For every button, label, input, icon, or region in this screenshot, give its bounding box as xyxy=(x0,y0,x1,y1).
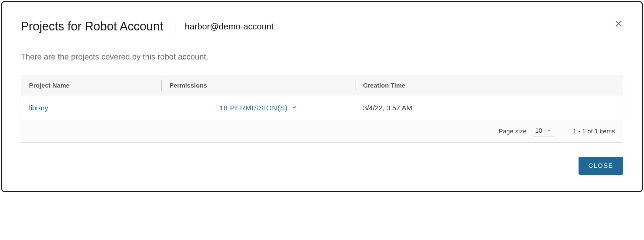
dialog-footer: CLOSE xyxy=(21,157,623,175)
chevron-down-icon xyxy=(291,104,297,112)
table-footer: Page size 10 1 - 1 of 1 items xyxy=(21,120,623,142)
projects-robot-account-dialog: Projects for Robot Account harbor@demo-a… xyxy=(1,1,643,192)
table-body: library 18 PERMISSION(S) 3/4/22, 3:57 AM xyxy=(21,96,623,120)
page-size-label: Page size xyxy=(499,128,526,135)
close-icon[interactable] xyxy=(614,19,623,30)
page-size-control: Page size 10 xyxy=(499,126,554,136)
table-row: library 18 PERMISSION(S) 3/4/22, 3:57 AM xyxy=(21,96,623,120)
permissions-dropdown[interactable]: 18 PERMISSION(S) xyxy=(161,97,355,119)
page-size-value: 10 xyxy=(535,127,542,134)
close-button[interactable]: CLOSE xyxy=(579,157,623,175)
column-header-project-name[interactable]: Project Name xyxy=(21,75,161,96)
dialog-description: There are the projects covered by this r… xyxy=(21,52,623,62)
column-header-creation-time[interactable]: Creation Time xyxy=(355,75,623,96)
creation-time-cell: 3/4/22, 3:57 AM xyxy=(355,97,623,119)
permissions-label: 18 PERMISSION(S) xyxy=(219,104,288,112)
page-size-select[interactable]: 10 xyxy=(533,126,553,136)
project-link[interactable]: library xyxy=(29,104,48,112)
pagination-summary: 1 - 1 of 1 items xyxy=(573,128,615,135)
dialog-title: Projects for Robot Account xyxy=(21,19,174,33)
robot-account-name: harbor@demo-account xyxy=(174,21,274,32)
dialog-header: Projects for Robot Account harbor@demo-a… xyxy=(21,19,623,34)
chevron-down-icon xyxy=(547,127,551,134)
column-header-permissions[interactable]: Permissions xyxy=(161,75,355,96)
projects-table: Project Name Permissions Creation Time l… xyxy=(21,75,623,143)
table-header: Project Name Permissions Creation Time xyxy=(21,75,623,96)
